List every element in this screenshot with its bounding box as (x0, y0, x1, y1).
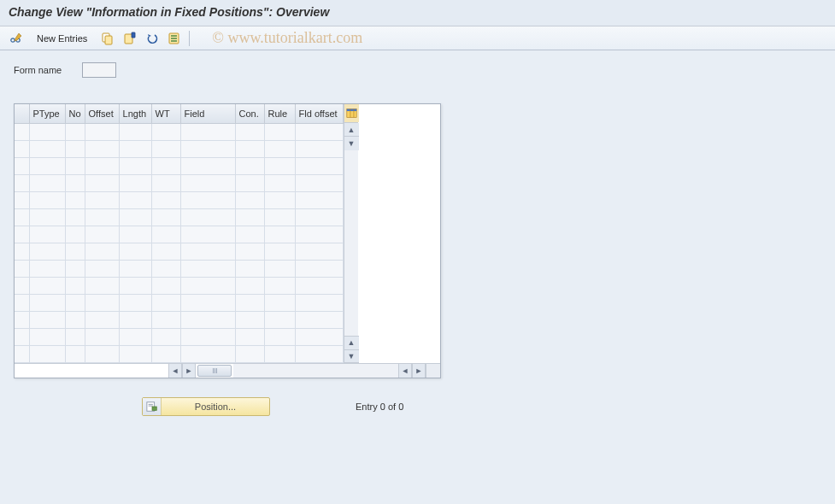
column-header[interactable]: Con. (235, 104, 264, 123)
table-cell[interactable] (180, 294, 235, 311)
table-cell[interactable] (180, 123, 235, 140)
table-cell[interactable] (29, 294, 65, 311)
table-cell[interactable] (65, 345, 85, 362)
table-cell[interactable] (151, 260, 180, 277)
table-cell[interactable] (119, 157, 151, 174)
column-header[interactable]: No (65, 104, 85, 123)
table-cell[interactable] (85, 123, 119, 140)
table-cell[interactable] (235, 277, 264, 294)
table-cell[interactable] (295, 174, 343, 191)
table-cell[interactable] (151, 345, 180, 362)
vertical-scrollbar[interactable]: ▲ ▼ ▲ ▼ (344, 104, 358, 363)
table-cell[interactable] (151, 243, 180, 260)
table-cell[interactable] (151, 294, 180, 311)
table-cell[interactable] (85, 226, 119, 243)
horizontal-scroll-thumb[interactable] (197, 365, 232, 377)
table-cell[interactable] (29, 311, 65, 328)
table-cell[interactable] (151, 328, 180, 345)
table-cell[interactable] (119, 328, 151, 345)
table-cell[interactable] (65, 328, 85, 345)
select-all-rows-corner[interactable] (15, 104, 29, 123)
table-cell[interactable] (235, 140, 264, 157)
new-entries-button[interactable]: New Entries (29, 30, 95, 47)
table-cell[interactable] (119, 174, 151, 191)
table-cell[interactable] (264, 277, 295, 294)
table-cell[interactable] (119, 260, 151, 277)
row-selector[interactable] (15, 243, 29, 260)
table-cell[interactable] (235, 123, 264, 140)
table-cell[interactable] (65, 191, 85, 208)
scroll-line-up-button[interactable]: ▼ (344, 137, 359, 150)
table-cell[interactable] (180, 191, 235, 208)
row-selector[interactable] (15, 328, 29, 345)
table-cell[interactable] (29, 123, 65, 140)
column-header[interactable]: Fld offset (295, 104, 343, 123)
table-cell[interactable] (85, 191, 119, 208)
table-cell[interactable] (295, 243, 343, 260)
table-settings-button[interactable] (344, 104, 359, 122)
column-header[interactable]: Lngth (119, 104, 151, 123)
table-cell[interactable] (119, 311, 151, 328)
table-cell[interactable] (180, 328, 235, 345)
table-cell[interactable] (295, 123, 343, 140)
table-cell[interactable] (295, 328, 343, 345)
table-cell[interactable] (235, 311, 264, 328)
table-cell[interactable] (295, 277, 343, 294)
row-selector[interactable] (15, 260, 29, 277)
table-cell[interactable] (264, 294, 295, 311)
scroll-left-button[interactable]: ◄ (168, 364, 182, 378)
table-cell[interactable] (119, 191, 151, 208)
table-cell[interactable] (295, 226, 343, 243)
table-cell[interactable] (180, 260, 235, 277)
select-all-button[interactable] (165, 30, 184, 47)
table-cell[interactable] (119, 123, 151, 140)
row-selector[interactable] (15, 311, 29, 328)
scroll-up-button[interactable]: ▲ (344, 123, 359, 137)
table-cell[interactable] (151, 123, 180, 140)
table-cell[interactable] (264, 123, 295, 140)
table-cell[interactable] (180, 345, 235, 362)
table-cell[interactable] (29, 328, 65, 345)
table-cell[interactable] (264, 174, 295, 191)
table-cell[interactable] (65, 157, 85, 174)
table-cell[interactable] (85, 243, 119, 260)
row-selector[interactable] (15, 294, 29, 311)
table-cell[interactable] (29, 174, 65, 191)
table-cell[interactable] (119, 243, 151, 260)
scroll-left-end-button[interactable]: ◄ (398, 364, 412, 378)
horizontal-scrollbar[interactable]: ◄ ► ◄ ► (15, 363, 440, 378)
form-name-input[interactable] (82, 62, 116, 78)
horizontal-scroll-track[interactable] (233, 364, 398, 378)
table-cell[interactable] (65, 123, 85, 140)
table-cell[interactable] (151, 174, 180, 191)
table-cell[interactable] (29, 157, 65, 174)
table-cell[interactable] (264, 311, 295, 328)
row-selector[interactable] (15, 345, 29, 362)
table-cell[interactable] (119, 277, 151, 294)
scroll-right-end-button[interactable]: ► (412, 364, 426, 378)
table-cell[interactable] (85, 174, 119, 191)
table-cell[interactable] (180, 243, 235, 260)
table-cell[interactable] (295, 157, 343, 174)
table-cell[interactable] (85, 260, 119, 277)
position-button[interactable]: Position... (142, 397, 270, 416)
table-cell[interactable] (235, 208, 264, 226)
table-cell[interactable] (180, 311, 235, 328)
table-cell[interactable] (65, 208, 85, 226)
table-cell[interactable] (295, 208, 343, 226)
row-selector[interactable] (15, 157, 29, 174)
delete-button[interactable] (121, 30, 139, 47)
scroll-down-button[interactable]: ▼ (344, 349, 359, 363)
table-cell[interactable] (264, 243, 295, 260)
table-cell[interactable] (119, 226, 151, 243)
table-cell[interactable] (235, 260, 264, 277)
table-cell[interactable] (235, 191, 264, 208)
row-selector[interactable] (15, 191, 29, 208)
table-cell[interactable] (295, 311, 343, 328)
table-cell[interactable] (295, 140, 343, 157)
table-cell[interactable] (85, 328, 119, 345)
table-cell[interactable] (85, 345, 119, 362)
table-cell[interactable] (85, 294, 119, 311)
table-cell[interactable] (264, 140, 295, 157)
table-cell[interactable] (119, 140, 151, 157)
